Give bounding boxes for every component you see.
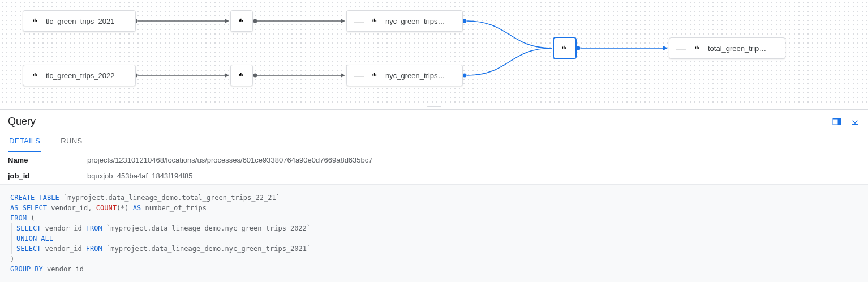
row-key: job_id [0, 168, 79, 184]
row-key: Name [0, 152, 79, 168]
bigquery-icon [236, 70, 247, 81]
bigquery-icon [369, 15, 381, 27]
side-panel-icon[interactable] [832, 117, 842, 127]
node-process-2[interactable] [230, 65, 253, 86]
bigquery-icon [236, 15, 247, 27]
node-label: tlc_green_trips_2022 [46, 71, 114, 80]
node-nyc-2021[interactable]: — nyc_green_trips… [346, 10, 463, 32]
node-process-merge[interactable] [553, 37, 576, 59]
svg-marker-21 [663, 46, 668, 50]
sql-code: CREATE TABLE `myproject.data_lineage_dem… [0, 184, 868, 282]
bigquery-icon [369, 70, 381, 81]
lineage-canvas[interactable]: tlc_green_trips_2021 — nyc_green_trips… … [0, 0, 868, 105]
bigquery-icon [692, 42, 703, 54]
node-label: total_green_trip… [708, 44, 766, 53]
table-row: job_id bquxjob_453ba4af_1843f194f85 [0, 168, 868, 184]
bigquery-icon [30, 15, 41, 27]
collapse-down-icon[interactable] [850, 117, 860, 127]
svg-marker-16 [341, 73, 345, 78]
details-panel: Query DETAILS RUNS Name projects/1231012… [0, 109, 868, 282]
tab-runs[interactable]: RUNS [59, 131, 83, 152]
node-nyc-2022[interactable]: — nyc_green_trips… [346, 65, 463, 86]
svg-point-17 [463, 19, 467, 23]
node-label: tlc_green_trips_2021 [46, 17, 114, 25]
svg-point-18 [463, 74, 467, 78]
tabs: DETAILS RUNS [0, 131, 868, 152]
node-tlc-2022[interactable]: tlc_green_trips_2022 [23, 65, 136, 86]
svg-marker-10 [341, 19, 345, 23]
bigquery-icon [559, 42, 570, 54]
svg-point-14 [253, 74, 257, 78]
details-table: Name projects/123101210468/locations/us/… [0, 152, 868, 184]
table-row: Name projects/123101210468/locations/us/… [0, 152, 868, 168]
svg-marker-13 [225, 73, 229, 78]
svg-point-19 [577, 46, 581, 50]
svg-rect-23 [838, 118, 841, 125]
node-tlc-2021[interactable]: tlc_green_trips_2021 [23, 10, 136, 32]
collapse-icon: — [354, 16, 364, 26]
svg-marker-7 [225, 19, 229, 23]
node-total[interactable]: — total_green_trip… [669, 37, 785, 59]
svg-point-8 [253, 19, 257, 23]
node-process-1[interactable] [230, 10, 253, 32]
panel-resize-handle[interactable] [0, 105, 868, 109]
panel-title: Query [8, 116, 36, 127]
row-val: projects/123101210468/locations/us/proce… [79, 152, 868, 168]
node-label: nyc_green_trips… [385, 71, 445, 80]
tab-details[interactable]: DETAILS [8, 131, 41, 152]
bigquery-icon [30, 70, 41, 81]
collapse-icon: — [354, 70, 364, 80]
collapse-icon: — [676, 43, 686, 53]
node-label: nyc_green_trips… [385, 17, 445, 25]
row-val: bquxjob_453ba4af_1843f194f85 [79, 168, 868, 184]
